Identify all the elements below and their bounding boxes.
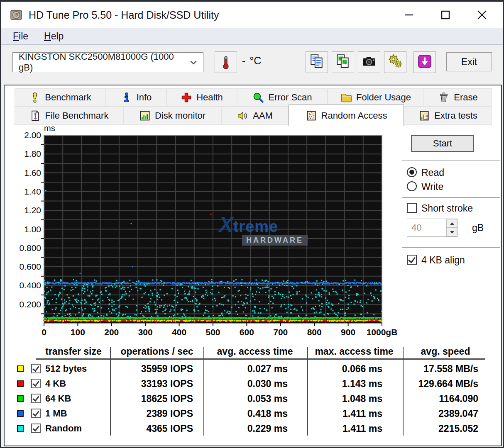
- series-checkbox-4-kb[interactable]: [31, 379, 41, 388]
- folder-icon: [340, 92, 352, 103]
- save-button[interactable]: [413, 51, 436, 73]
- access-time-plot: [38, 132, 395, 327]
- avg-speed-value: 17.558 MB/s: [395, 363, 478, 375]
- tab-label: Disk monitor: [155, 110, 206, 121]
- column-header-avg-speed: avg. speed: [406, 346, 485, 357]
- short-stroke-checkbox[interactable]: [407, 203, 417, 213]
- max-access-value: 1.048 ms: [304, 393, 382, 404]
- extra-tests-icon: [418, 110, 430, 122]
- minimize-button[interactable]: [391, 2, 427, 28]
- hd-tune-logo-icon: [10, 8, 23, 22]
- write-radio[interactable]: [407, 181, 417, 191]
- drive-select-dropdown[interactable]: KINGSTON SKC2500M81000G (1000 gB): [12, 52, 203, 72]
- capacity-spinner: 40: [407, 219, 458, 237]
- tab-random-access[interactable]: Random Access: [289, 105, 404, 126]
- tab-label: Folder Usage: [356, 92, 411, 103]
- exclamation-icon: [29, 92, 41, 103]
- table-header-rule: [36, 358, 485, 360]
- health-icon: [181, 92, 192, 103]
- column-header-max-access-time: max. access time: [308, 346, 400, 357]
- menu-file[interactable]: File: [9, 30, 32, 43]
- scatter-plot-svg: [38, 132, 395, 327]
- y-tick-label: 0.200: [10, 299, 41, 309]
- avg-speed-value: 129.664 MB/s: [395, 378, 478, 390]
- series-color-swatch: [17, 395, 24, 402]
- tab-label: Extra tests: [434, 110, 477, 121]
- start-button[interactable]: Start: [411, 135, 474, 152]
- maximize-button[interactable]: [427, 2, 464, 28]
- capacity-unit-label: gB: [472, 222, 484, 234]
- main-content: BenchmarkInfoHealthError ScanFolder Usag…: [4, 85, 502, 446]
- y-tick-label: 1.80: [10, 149, 41, 159]
- tab-label: Health: [196, 92, 223, 103]
- transfer-size-label: 1 MB: [45, 408, 67, 419]
- transfer-size-label: 4 KB: [45, 378, 66, 389]
- y-axis-unit-label: ms: [44, 124, 55, 133]
- table-row-512-bytes: 512 bytes35959 IOPS0.027 ms0.066 ms17.55…: [5, 362, 486, 377]
- tab-erase[interactable]: Erase: [424, 88, 492, 107]
- y-tick-label: 1.40: [10, 187, 41, 197]
- panel-divider: [402, 247, 500, 248]
- tab-info[interactable]: Info: [106, 88, 166, 107]
- menu-bar: FileHelp: [1, 28, 503, 45]
- series-checkbox-64-kb[interactable]: [31, 394, 41, 403]
- series-checkbox-random[interactable]: [31, 424, 41, 433]
- copy-image-button[interactable]: [332, 51, 354, 73]
- close-button[interactable]: [464, 2, 500, 28]
- window-controls: [391, 2, 500, 28]
- table-row-4-kb: 4 KB33193 IOPS0.030 ms1.143 ms129.664 MB…: [5, 377, 486, 392]
- tab-benchmark[interactable]: Benchmark: [15, 88, 106, 107]
- camera-button[interactable]: [358, 51, 380, 73]
- max-access-value: 0.066 ms: [304, 363, 382, 375]
- temperature-unit: °C: [250, 55, 261, 67]
- table-row-1-mb: 1 MB2389 IOPS0.418 ms1.411 ms2389.047: [5, 407, 486, 421]
- temperature-button[interactable]: [215, 51, 237, 73]
- capacity-spin-arrows: [446, 219, 457, 236]
- ops-value: 33193 IOPS: [115, 378, 193, 390]
- series-color-swatch: [17, 365, 24, 372]
- read-radio[interactable]: [407, 167, 417, 177]
- spin-up-button[interactable]: [447, 219, 457, 228]
- minimize-icon: [404, 10, 414, 20]
- short-stroke-label: Short stroke: [421, 203, 473, 214]
- close-icon: [476, 9, 488, 21]
- series-checkbox-1-mb[interactable]: [31, 409, 41, 418]
- series-color-swatch: [17, 380, 24, 387]
- max-access-value: 1.411 ms: [304, 423, 382, 434]
- ops-value: 18625 IOPS: [115, 393, 193, 404]
- write-label: Write: [421, 181, 443, 192]
- thermometer-icon: [219, 55, 233, 69]
- gears-button[interactable]: [384, 51, 406, 73]
- tab-extra-tests[interactable]: Extra tests: [404, 107, 492, 125]
- file-benchmark-icon: [29, 110, 41, 122]
- spin-down-button[interactable]: [447, 228, 457, 236]
- exit-button[interactable]: Exit: [446, 52, 492, 71]
- tab-row-1: BenchmarkInfoHealthError ScanFolder Usag…: [15, 88, 492, 107]
- avg-speed-value: 1164.090: [395, 393, 478, 404]
- y-tick-label: 2.00: [10, 130, 41, 140]
- tab-disk-monitor[interactable]: Disk monitor: [123, 107, 221, 125]
- tab-error-scan[interactable]: Error Scan: [237, 88, 328, 107]
- erase-icon: [438, 92, 450, 103]
- table-row-64-kb: 64 KB18625 IOPS0.053 ms1.048 ms1164.090: [5, 392, 486, 407]
- menu-help[interactable]: Help: [40, 30, 68, 43]
- copy-text-button[interactable]: [306, 51, 328, 73]
- transfer-size-label: 64 KB: [45, 393, 71, 404]
- tab-label: Error Scan: [268, 92, 312, 103]
- max-access-value: 1.143 ms: [304, 378, 382, 390]
- random-access-icon: [306, 110, 317, 122]
- capacity-input[interactable]: 40: [407, 219, 446, 236]
- x-tick-label: 1000gB: [361, 327, 403, 337]
- tab-row-2: File BenchmarkDisk monitorAAMRandom Acce…: [15, 107, 492, 125]
- error-scan-icon: [252, 92, 264, 103]
- series-checkbox-512-bytes[interactable]: [31, 364, 41, 373]
- camera-icon: [361, 54, 377, 71]
- title-bar: HD Tune Pro 5.50 - Hard Disk/SSD Utility: [1, 2, 503, 28]
- tab-file-benchmark[interactable]: File Benchmark: [15, 107, 123, 125]
- y-tick-label: 0.600: [10, 262, 41, 272]
- tab-health[interactable]: Health: [166, 88, 237, 107]
- tab-folder-usage[interactable]: Folder Usage: [328, 88, 424, 107]
- tab-label: Random Access: [321, 110, 387, 121]
- tab-aam[interactable]: AAM: [221, 107, 289, 125]
- align-checkbox[interactable]: [407, 255, 417, 265]
